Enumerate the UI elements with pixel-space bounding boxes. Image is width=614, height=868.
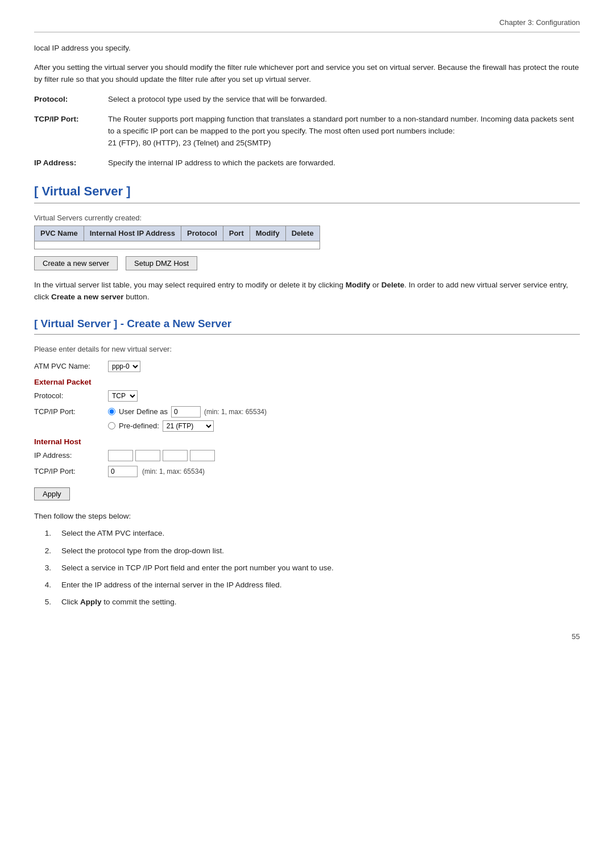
create-new-server-button[interactable]: Create a new server xyxy=(34,256,118,270)
vs-empty-row xyxy=(35,241,320,249)
pre-defined-radio[interactable] xyxy=(108,422,115,429)
create-server-heading: [ Virtual Server ] - Create a New Server xyxy=(34,316,580,332)
vs-col-port: Port xyxy=(223,226,250,241)
vs-col-protocol: Protocol xyxy=(181,226,223,241)
form-row-protocol: Protocol: TCP UDP xyxy=(34,390,580,402)
vs-button-row: Create a new server Setup DMZ Host xyxy=(34,256,580,270)
def-term-tcpip: TCP/IP Port: xyxy=(34,114,108,149)
step-5-num: 5. xyxy=(34,596,51,608)
def-row-protocol: Protocol: Select a protocol type used by… xyxy=(34,94,580,106)
form-row-atm-pvc: ATM PVC Name: ppp-0 xyxy=(34,361,580,372)
pre-defined-row: Pre-defined: 21 (FTP) 80 (HTTP) 23 (Teln… xyxy=(108,420,267,432)
step-4-num: 4. xyxy=(34,579,51,591)
atm-pvc-select[interactable]: ppp-0 xyxy=(108,361,140,372)
step-5: 5. Click Apply to commit the setting. xyxy=(34,596,580,608)
ip-address-label: IP Address: xyxy=(34,450,108,461)
def-desc-tcpip: The Router supports port mapping functio… xyxy=(108,114,580,149)
user-define-row: User Define as (min: 1, max: 65534) xyxy=(108,406,267,418)
step-1-num: 1. xyxy=(34,528,51,539)
step-3-text: Select a service in TCP /IP Port field a… xyxy=(61,562,580,574)
vs-table-label: Virtual Servers currently created: xyxy=(34,212,580,224)
step-2: 2. Select the protocol type from the dro… xyxy=(34,545,580,557)
definition-list: Protocol: Select a protocol type used by… xyxy=(34,94,580,169)
steps-intro: Then follow the steps below: xyxy=(34,511,580,522)
internal-tcpip-hint: (min: 1, max: 65534) xyxy=(142,466,205,477)
intro-paragraph1: local IP address you specify. xyxy=(34,43,580,55)
step-5-text: Click Apply to commit the setting. xyxy=(61,596,580,608)
vs-note: In the virtual server list table, you ma… xyxy=(34,279,580,303)
def-row-ipaddress: IP Address: Specify the internal IP addr… xyxy=(34,157,580,169)
pre-defined-label: Pre-defined: xyxy=(119,420,159,432)
vs-col-delete: Delete xyxy=(285,226,320,241)
vs-col-hostip: Internal Host IP Address xyxy=(84,226,181,241)
step-1-text: Select the ATM PVC interface. xyxy=(61,528,580,539)
def-desc-protocol: Select a protocol type used by the servi… xyxy=(108,94,580,106)
section-divider-1 xyxy=(34,203,580,203)
steps-list: 1. Select the ATM PVC interface. 2. Sele… xyxy=(34,528,580,608)
tcpip-port-label: TCP/IP Port: xyxy=(34,406,108,418)
step-3: 3. Select a service in TCP /IP Port fiel… xyxy=(34,562,580,574)
form-row-ip-address: IP Address: xyxy=(34,450,580,461)
setup-dmz-host-button[interactable]: Setup DMZ Host xyxy=(126,256,197,270)
internal-tcpip-input[interactable] xyxy=(108,466,138,477)
step-2-text: Select the protocol type from the drop-d… xyxy=(61,545,580,557)
external-packet-label: External Packet xyxy=(34,377,580,388)
protocol-select[interactable]: TCP UDP xyxy=(108,390,138,402)
pre-defined-select[interactable]: 21 (FTP) 80 (HTTP) 23 (Telnet) 25 (SMTP) xyxy=(163,420,214,432)
section-divider-2 xyxy=(34,334,580,335)
ip-address-fields xyxy=(108,450,215,461)
user-define-hint: (min: 1, max: 65534) xyxy=(204,407,267,417)
step-4-text: Enter the IP address of the internal ser… xyxy=(61,579,580,591)
vs-table-header-row: PVC Name Internal Host IP Address Protoc… xyxy=(35,226,320,241)
user-define-label: User Define as xyxy=(119,406,168,418)
vs-col-modify: Modify xyxy=(250,226,285,241)
chapter-header: Chapter 3: Configuration xyxy=(34,17,580,32)
def-term-ipaddress: IP Address: xyxy=(34,157,108,169)
virtual-server-heading: [ Virtual Server ] xyxy=(34,182,580,201)
protocol-label: Protocol: xyxy=(34,390,108,402)
vs-col-pvcname: PVC Name xyxy=(35,226,84,241)
intro-paragraph2: After you setting the virtual server you… xyxy=(34,62,580,86)
ip-field-3[interactable] xyxy=(163,450,188,461)
form-note: Please enter details for new virtual ser… xyxy=(34,344,580,355)
ip-field-1[interactable] xyxy=(108,450,133,461)
internal-tcpip-label: TCP/IP Port: xyxy=(34,466,108,477)
step-2-num: 2. xyxy=(34,545,51,557)
chapter-title: Chapter 3: Configuration xyxy=(499,18,580,27)
vs-table: PVC Name Internal Host IP Address Protoc… xyxy=(34,226,320,249)
ip-field-4[interactable] xyxy=(190,450,215,461)
tcpip-port-radio-group: User Define as (min: 1, max: 65534) Pre-… xyxy=(108,406,267,432)
page-number: 55 xyxy=(34,631,580,642)
def-row-tcpip: TCP/IP Port: The Router supports port ma… xyxy=(34,114,580,149)
step-4: 4. Enter the IP address of the internal … xyxy=(34,579,580,591)
step-3-num: 3. xyxy=(34,562,51,574)
def-desc-ipaddress: Specify the internal IP address to which… xyxy=(108,157,580,169)
form-row-internal-tcpip: TCP/IP Port: (min: 1, max: 65534) xyxy=(34,466,580,477)
user-define-radio[interactable] xyxy=(108,408,115,415)
user-define-input[interactable] xyxy=(171,406,201,418)
step-1: 1. Select the ATM PVC interface. xyxy=(34,528,580,539)
internal-host-label: Internal Host xyxy=(34,436,580,448)
ip-field-2[interactable] xyxy=(135,450,160,461)
apply-button[interactable]: Apply xyxy=(34,487,70,500)
def-term-protocol: Protocol: xyxy=(34,94,108,106)
create-server-form: Please enter details for new virtual ser… xyxy=(34,344,580,511)
atm-pvc-label: ATM PVC Name: xyxy=(34,361,108,372)
form-row-tcpip-port: TCP/IP Port: User Define as (min: 1, max… xyxy=(34,406,580,432)
